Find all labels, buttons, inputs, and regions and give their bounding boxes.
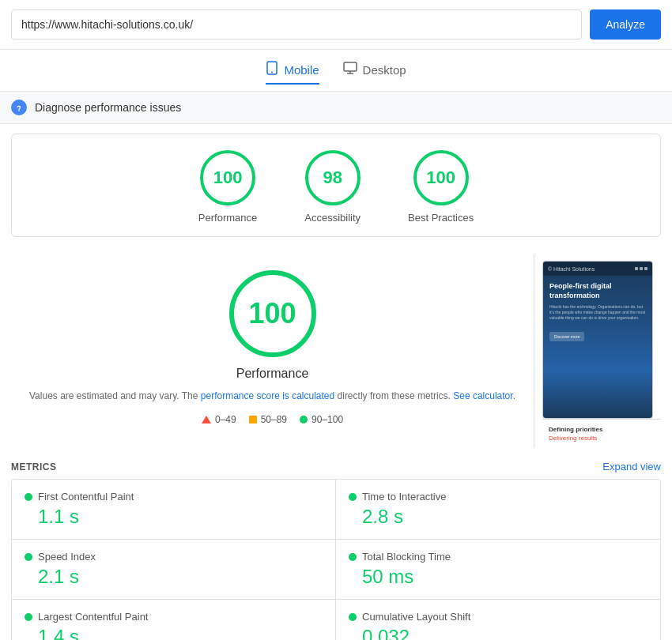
legend-fail: 0–49 bbox=[202, 414, 236, 425]
metric-name-row-tti: Time to Interactive bbox=[349, 491, 647, 503]
metric-name-tti: Time to Interactive bbox=[362, 491, 446, 503]
score-card-accessibility: 98 Accessibility bbox=[304, 150, 361, 224]
tabs-section: Mobile Desktop bbox=[0, 50, 672, 91]
score-card-performance: 100 Performance bbox=[198, 150, 257, 224]
screen-cta: Discover more bbox=[549, 332, 584, 341]
metric-value-cls: 0.032 bbox=[349, 626, 647, 640]
tab-mobile-label: Mobile bbox=[284, 63, 319, 77]
big-score-circle: 100 bbox=[229, 270, 316, 357]
desktop-icon bbox=[343, 62, 357, 77]
metric-cell-cls: Cumulative Layout Shift 0.032 bbox=[336, 600, 660, 640]
screen-title: People-first digital transformation bbox=[549, 282, 646, 300]
screen-logo: © Hitachi Solutions bbox=[548, 266, 595, 272]
legend-average: 50–89 bbox=[249, 414, 287, 425]
metric-cell-tti: Time to Interactive 2.8 s bbox=[336, 480, 660, 540]
score-circle-accessibility: 98 bbox=[305, 150, 361, 205]
score-legend: 0–49 50–89 90–100 bbox=[27, 414, 518, 425]
screenshot-panel: © Hitachi Solutions People-first digital… bbox=[542, 254, 661, 448]
svg-point-6 bbox=[18, 110, 20, 111]
metric-name-row-lcp: Largest Contentful Paint bbox=[25, 611, 323, 623]
metric-value-lcp: 1.4 s bbox=[25, 626, 323, 640]
metric-dot-cls bbox=[349, 613, 357, 621]
screen-body: Hitachi has the technology. Organisation… bbox=[549, 304, 646, 321]
metric-cell-si: Speed Index 2.1 s bbox=[12, 540, 336, 600]
performance-title: Performance bbox=[27, 367, 518, 381]
performance-panel: 100 Performance Values are estimated and… bbox=[11, 254, 534, 448]
score-label-performance: Performance bbox=[198, 212, 257, 224]
calculator-link[interactable]: See calculator bbox=[453, 390, 512, 401]
url-bar-section: https://www.hitachi-solutions.co.uk/ Ana… bbox=[0, 0, 672, 50]
diagnose-bar: Diagnose performance issues bbox=[0, 91, 672, 124]
diagnose-label: Diagnose performance issues bbox=[35, 101, 181, 114]
score-cards-section: 100 Performance 98 Accessibility 100 Bes… bbox=[11, 134, 661, 237]
average-icon bbox=[249, 416, 257, 424]
screenshot-header: © Hitachi Solutions bbox=[543, 262, 652, 276]
metric-name-lcp: Largest Contentful Paint bbox=[38, 611, 148, 623]
score-circle-best-practices: 100 bbox=[413, 150, 469, 205]
metric-value-tbt: 50 ms bbox=[349, 566, 647, 588]
metric-cell-tbt: Total Blocking Time 50 ms bbox=[336, 540, 660, 600]
metric-dot-fcp bbox=[25, 493, 32, 501]
metric-name-row-tbt: Total Blocking Time bbox=[349, 551, 647, 563]
score-label-best-practices: Best Practices bbox=[408, 212, 474, 224]
metrics-title: METRICS bbox=[11, 461, 57, 472]
metric-dot-si bbox=[25, 553, 32, 561]
screenshot-content: People-first digital transformation Hita… bbox=[543, 276, 652, 348]
tab-desktop[interactable]: Desktop bbox=[343, 62, 406, 84]
screenshot-mock: © Hitachi Solutions People-first digital… bbox=[542, 261, 653, 419]
footer-sub: Delivering results bbox=[549, 435, 655, 442]
metric-name-tbt: Total Blocking Time bbox=[362, 551, 451, 563]
expand-view-button[interactable]: Expand view bbox=[602, 461, 661, 472]
screen-dots bbox=[635, 267, 647, 270]
metric-value-si: 2.1 s bbox=[25, 566, 323, 588]
metric-dot-tti bbox=[349, 493, 357, 501]
performance-note: Values are estimated and may vary. The p… bbox=[27, 389, 518, 403]
mobile-icon bbox=[266, 61, 278, 78]
footer-title: Defining priorities bbox=[549, 426, 655, 433]
score-card-best-practices: 100 Best Practices bbox=[408, 150, 474, 224]
good-icon bbox=[300, 416, 308, 424]
legend-good: 90–100 bbox=[300, 414, 343, 425]
metric-name-si: Speed Index bbox=[38, 551, 96, 563]
metric-name-fcp: First Contentful Paint bbox=[38, 491, 134, 503]
score-label-accessibility: Accessibility bbox=[304, 212, 361, 224]
main-content: 100 Performance Values are estimated and… bbox=[0, 247, 672, 448]
metric-name-row-fcp: First Contentful Paint bbox=[25, 491, 323, 503]
metric-dot-tbt bbox=[349, 553, 357, 561]
screenshot-footer: Defining priorities Delivering results bbox=[542, 419, 661, 448]
analyze-button[interactable]: Analyze bbox=[590, 9, 661, 40]
url-input[interactable]: https://www.hitachi-solutions.co.uk/ bbox=[11, 9, 582, 40]
fail-icon bbox=[202, 416, 211, 424]
diagnose-icon bbox=[11, 100, 27, 115]
metric-cell-fcp: First Contentful Paint 1.1 s bbox=[12, 480, 336, 540]
svg-point-1 bbox=[271, 72, 273, 73]
metric-name-row-si: Speed Index bbox=[25, 551, 323, 563]
tab-desktop-label: Desktop bbox=[363, 63, 406, 77]
metric-cell-lcp: Largest Contentful Paint 1.4 s bbox=[12, 600, 336, 640]
tab-mobile[interactable]: Mobile bbox=[266, 61, 319, 85]
metric-name-row-cls: Cumulative Layout Shift bbox=[349, 611, 647, 623]
score-calc-link[interactable]: performance score is calculated bbox=[201, 390, 334, 401]
metric-dot-lcp bbox=[25, 613, 32, 621]
svg-rect-2 bbox=[344, 62, 357, 71]
metric-value-tti: 2.8 s bbox=[349, 506, 647, 528]
metric-name-cls: Cumulative Layout Shift bbox=[362, 611, 470, 623]
metrics-grid: First Contentful Paint 1.1 s Time to Int… bbox=[11, 479, 661, 640]
metric-value-fcp: 1.1 s bbox=[25, 506, 323, 528]
score-circle-performance: 100 bbox=[200, 150, 255, 205]
metrics-header: METRICS Expand view bbox=[0, 448, 672, 479]
